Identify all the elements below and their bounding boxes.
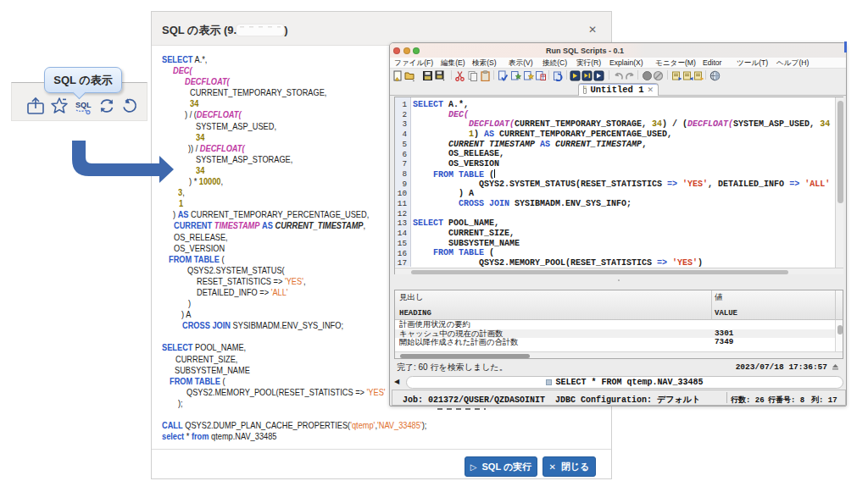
menu-tools[interactable]: ツール(T) (737, 58, 768, 68)
redo-icon[interactable] (625, 70, 636, 81)
column-divider[interactable] (835, 290, 836, 320)
previous-result-button[interactable]: ◀ (394, 378, 403, 386)
close-icon: ✕ (549, 462, 556, 472)
dialog-title: SQL の表示 (9.) (162, 23, 288, 38)
tab-untitled-1[interactable]: Untitled 1 ✕ (578, 83, 659, 96)
history-prev-icon[interactable] (682, 70, 693, 81)
insert-from-plan-cache-icon[interactable] (535, 70, 546, 81)
save-all-icon[interactable] (435, 70, 446, 81)
cut-icon[interactable] (454, 70, 465, 81)
menu-edit[interactable]: 編集(E) (441, 58, 465, 68)
editor-code[interactable]: SELECT A.*, DEC( DECFLOAT(CURRENT_TEMPOR… (413, 98, 835, 268)
sql-assist-icon[interactable] (498, 70, 509, 81)
new-script-icon[interactable] (392, 70, 403, 81)
favorite-star-icon[interactable] (50, 97, 69, 115)
run-sql-button-label: SQL の実行 (481, 461, 531, 473)
run-timestamp: 2023/07/18 17:36:57 (632, 362, 827, 372)
job-status: Job: 021372/QUSER/QZDASOINIT JDBC Config… (403, 394, 700, 406)
result-value-cell: 7349 (715, 338, 733, 347)
line-number: 7 (395, 159, 407, 169)
editor-line (413, 209, 835, 219)
run-selected-icon[interactable] (553, 70, 564, 81)
menu-file[interactable]: ファイル(F) (394, 58, 433, 68)
results-header[interactable]: 見出しHEADING値VALUE (395, 290, 843, 320)
editor-line: OS_RELEASE, (413, 149, 835, 159)
close-dialog-button[interactable]: ✕閉じる (542, 456, 596, 477)
line-number: 1 (395, 100, 407, 110)
run-sql-button[interactable]: ▷SQL の実行 (465, 456, 537, 477)
insert-from-examples-icon[interactable] (510, 70, 521, 81)
toolbar-separator (637, 70, 638, 80)
menu-run[interactable]: 実行(R) (576, 58, 601, 68)
line-number: 11 (395, 199, 407, 209)
insert-generated-sql-icon[interactable] (523, 70, 534, 81)
column-header-label[interactable]: 見出し (399, 292, 424, 303)
editor-line: SELECT POOL_NAME, (413, 218, 835, 229)
menu-editor[interactable]: Editor (703, 58, 721, 68)
sql-editor[interactable]: 1234567891011121314151617 SELECT A.*, DE… (394, 97, 843, 274)
paste-icon[interactable] (480, 70, 491, 81)
tab-bar: Untitled 1 ✕ (390, 81, 846, 96)
editor-vertical-scrollbar[interactable] (835, 97, 843, 268)
editor-line: FROM TABLE ( (413, 248, 835, 258)
tab-close-icon[interactable]: ✕ (647, 86, 654, 94)
editor-line: DEC( (413, 110, 835, 120)
result-row[interactable]: 計画使用状況の要約 (395, 320, 835, 329)
results-grid[interactable]: 見出しHEADING値VALUE 計画使用状況の要約キャッシュ中の現在の計画数3… (394, 290, 843, 359)
run-from-selected-icon[interactable] (581, 70, 593, 81)
column-divider[interactable] (711, 290, 712, 320)
connection-globe-icon[interactable] (709, 70, 721, 81)
menu-monitor[interactable]: モニター(M) (655, 58, 696, 68)
current-statement-bar[interactable]: SELECT * FROM qtemp.NAV_33485 (406, 376, 843, 389)
column-header-label[interactable]: 値 (715, 292, 723, 303)
window-titlebar[interactable]: Run SQL Scripts - 0.1 (390, 43, 846, 58)
line-number: 3 (395, 119, 407, 130)
status-divider (726, 392, 727, 403)
refresh-icon[interactable] (97, 97, 116, 115)
results-horizontal-scrollbar[interactable] (395, 351, 843, 358)
toolbar-separator (667, 70, 668, 80)
editor-line: QSYS2.MEMORY_POOL(RESET_STATISTICS => 'Y… (413, 258, 835, 268)
cancel-icon[interactable] (653, 70, 664, 81)
history-next-icon[interactable] (693, 70, 704, 81)
results-vertical-scrollbar[interactable] (835, 320, 843, 351)
editor-line: CROSS JOIN SYSIBMADM.ENV_SYS_INFO; (413, 199, 835, 209)
result-heading-cell: 開始以降作成された計画の合計数 (399, 338, 518, 347)
run-all-icon[interactable] (570, 70, 581, 81)
menu-search[interactable]: 検索(S) (472, 58, 497, 68)
dialog-title-paren: ) (284, 24, 287, 36)
splitter-handle[interactable] (606, 278, 632, 283)
line-number: 16 (395, 249, 407, 259)
open-in-new-icon[interactable] (26, 97, 45, 115)
column-header-name[interactable]: VALUE (715, 309, 737, 318)
pin-result-icon[interactable] (832, 363, 839, 370)
dialog-close-icon[interactable]: ✕ (586, 23, 599, 36)
open-icon[interactable] (404, 70, 415, 81)
menu-connection[interactable]: 接続(C) (542, 58, 567, 68)
history-log-icon[interactable] (671, 70, 682, 81)
undo-icon[interactable] (613, 70, 624, 81)
close-button-label: 閉じる (561, 461, 590, 473)
result-heading-cell: 計画使用状況の要約 (399, 320, 470, 329)
menu-view[interactable]: 表示(V) (509, 58, 533, 68)
result-row[interactable]: キャッシュ中の現在の計画数3301 (395, 329, 835, 339)
stop-icon[interactable] (642, 70, 653, 81)
menu-explain[interactable]: Explain(X) (609, 58, 643, 68)
result-row[interactable]: 開始以降作成された計画の合計数7349 (395, 338, 835, 347)
page: SQL SQL の表示 SQL の表示 (9.) ✕ SELECT A.*,DE… (0, 0, 868, 492)
run-current-icon[interactable] (593, 70, 604, 81)
results-vscroll-thumb[interactable] (837, 325, 843, 334)
copy-icon[interactable] (467, 70, 478, 81)
editor-line: FROM TABLE ( (413, 169, 835, 180)
undo-history-icon[interactable] (120, 97, 139, 115)
editor-horizontal-scrollbar[interactable] (395, 268, 843, 274)
editor-vscroll-thumb[interactable] (837, 101, 843, 203)
results-hscroll-thumb[interactable] (400, 354, 530, 358)
editor-hscroll-thumb[interactable] (411, 270, 788, 274)
menu-help[interactable]: ヘルプ(H) (776, 58, 809, 68)
save-icon[interactable] (422, 70, 433, 81)
column-header-name[interactable]: HEADING (399, 309, 431, 318)
dialog-code-line: select * from qtemp.NAV_33485 (162, 431, 603, 442)
show-sql-icon[interactable]: SQL (74, 97, 92, 115)
statement-status-icon (546, 379, 552, 385)
